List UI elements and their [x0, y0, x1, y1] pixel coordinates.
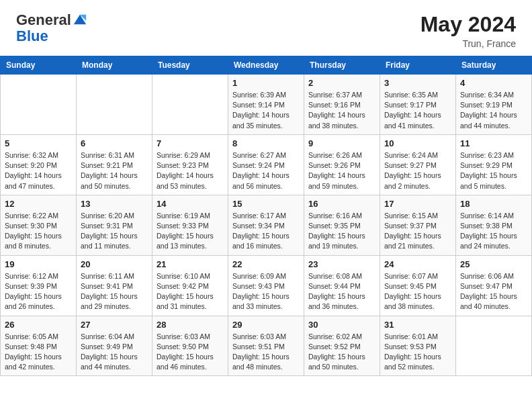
day-number: 2: [308, 78, 375, 88]
day-info: Sunrise: 6:17 AMSunset: 9:34 PMDaylight:…: [232, 211, 300, 252]
weekday-header: Wednesday: [228, 56, 304, 75]
day-info: Sunrise: 6:02 AMSunset: 9:52 PMDaylight:…: [308, 332, 375, 373]
day-number: 5: [5, 138, 72, 148]
calendar-cell: 7Sunrise: 6:29 AMSunset: 9:23 PMDaylight…: [152, 134, 228, 195]
calendar-cell: 10Sunrise: 6:24 AMSunset: 9:27 PMDayligh…: [380, 134, 456, 195]
day-number: 11: [460, 138, 527, 148]
calendar-cell: 8Sunrise: 6:27 AMSunset: 9:24 PMDaylight…: [228, 134, 304, 195]
day-info: Sunrise: 6:09 AMSunset: 9:43 PMDaylight:…: [232, 271, 300, 312]
day-number: 8: [232, 138, 300, 148]
day-info: Sunrise: 6:24 AMSunset: 9:27 PMDaylight:…: [384, 150, 451, 191]
logo-general: General: [16, 12, 71, 28]
day-info: Sunrise: 6:01 AMSunset: 9:53 PMDaylight:…: [384, 332, 451, 373]
day-number: 17: [384, 199, 451, 209]
calendar-cell: 17Sunrise: 6:15 AMSunset: 9:37 PMDayligh…: [380, 195, 456, 255]
day-info: Sunrise: 6:07 AMSunset: 9:45 PMDaylight:…: [384, 271, 451, 312]
calendar-week-row: 26Sunrise: 6:05 AMSunset: 9:48 PMDayligh…: [1, 316, 532, 376]
day-number: 7: [157, 138, 224, 148]
day-number: 23: [308, 259, 375, 269]
calendar-cell: 4Sunrise: 6:34 AMSunset: 9:19 PMDaylight…: [456, 75, 532, 135]
day-number: 21: [157, 259, 224, 269]
day-number: 9: [308, 138, 375, 148]
calendar-week-row: 12Sunrise: 6:22 AMSunset: 9:30 PMDayligh…: [1, 195, 532, 255]
calendar-cell: 15Sunrise: 6:17 AMSunset: 9:34 PMDayligh…: [228, 195, 304, 255]
calendar-cell: 1Sunrise: 6:39 AMSunset: 9:14 PMDaylight…: [228, 75, 304, 135]
calendar-cell: 24Sunrise: 6:07 AMSunset: 9:45 PMDayligh…: [380, 255, 456, 316]
day-info: Sunrise: 6:26 AMSunset: 9:26 PMDaylight:…: [308, 150, 375, 191]
day-info: Sunrise: 6:39 AMSunset: 9:14 PMDaylight:…: [232, 90, 300, 131]
calendar-cell: 26Sunrise: 6:05 AMSunset: 9:48 PMDayligh…: [1, 316, 77, 376]
calendar-cell: 27Sunrise: 6:04 AMSunset: 9:49 PMDayligh…: [77, 316, 152, 376]
calendar-cell: 25Sunrise: 6:06 AMSunset: 9:47 PMDayligh…: [456, 255, 532, 316]
day-info: Sunrise: 6:03 AMSunset: 9:50 PMDaylight:…: [157, 332, 224, 373]
day-info: Sunrise: 6:11 AMSunset: 9:41 PMDaylight:…: [81, 271, 148, 312]
calendar-cell: [456, 316, 532, 376]
day-number: 30: [308, 320, 375, 330]
weekday-header: Friday: [380, 56, 456, 75]
calendar-cell: [1, 75, 77, 135]
calendar-table: SundayMondayTuesdayWednesdayThursdayFrid…: [0, 56, 532, 376]
day-number: 14: [157, 199, 224, 209]
day-number: 4: [460, 78, 527, 88]
calendar-cell: 28Sunrise: 6:03 AMSunset: 9:50 PMDayligh…: [152, 316, 228, 376]
calendar-cell: [77, 75, 152, 135]
day-number: 10: [384, 138, 451, 148]
day-info: Sunrise: 6:05 AMSunset: 9:48 PMDaylight:…: [5, 332, 72, 373]
calendar-cell: [152, 75, 228, 135]
day-info: Sunrise: 6:08 AMSunset: 9:44 PMDaylight:…: [308, 271, 375, 312]
day-number: 18: [460, 199, 527, 209]
calendar-cell: 21Sunrise: 6:10 AMSunset: 9:42 PMDayligh…: [152, 255, 228, 316]
day-info: Sunrise: 6:23 AMSunset: 9:29 PMDaylight:…: [460, 150, 527, 191]
calendar-week-row: 19Sunrise: 6:12 AMSunset: 9:39 PMDayligh…: [1, 255, 532, 316]
calendar-header-row: SundayMondayTuesdayWednesdayThursdayFrid…: [1, 56, 532, 75]
calendar-cell: 22Sunrise: 6:09 AMSunset: 9:43 PMDayligh…: [228, 255, 304, 316]
day-info: Sunrise: 6:35 AMSunset: 9:17 PMDaylight:…: [384, 90, 451, 131]
day-info: Sunrise: 6:06 AMSunset: 9:47 PMDaylight:…: [460, 271, 527, 312]
day-info: Sunrise: 6:29 AMSunset: 9:23 PMDaylight:…: [157, 150, 224, 191]
day-info: Sunrise: 6:37 AMSunset: 9:16 PMDaylight:…: [308, 90, 375, 131]
month-year: May 2024: [420, 12, 516, 37]
day-number: 3: [384, 78, 451, 88]
calendar-cell: 19Sunrise: 6:12 AMSunset: 9:39 PMDayligh…: [1, 255, 77, 316]
calendar-cell: 20Sunrise: 6:11 AMSunset: 9:41 PMDayligh…: [77, 255, 152, 316]
calendar-cell: 5Sunrise: 6:32 AMSunset: 9:20 PMDaylight…: [1, 134, 77, 195]
calendar-cell: 14Sunrise: 6:19 AMSunset: 9:33 PMDayligh…: [152, 195, 228, 255]
day-info: Sunrise: 6:22 AMSunset: 9:30 PMDaylight:…: [5, 211, 72, 252]
calendar-cell: 3Sunrise: 6:35 AMSunset: 9:17 PMDaylight…: [380, 75, 456, 135]
page-header: General Blue May 2024 Trun, France: [0, 0, 532, 56]
calendar-cell: 23Sunrise: 6:08 AMSunset: 9:44 PMDayligh…: [304, 255, 380, 316]
calendar-cell: 16Sunrise: 6:16 AMSunset: 9:35 PMDayligh…: [304, 195, 380, 255]
weekday-header: Sunday: [1, 56, 77, 75]
day-info: Sunrise: 6:04 AMSunset: 9:49 PMDaylight:…: [81, 332, 148, 373]
day-info: Sunrise: 6:19 AMSunset: 9:33 PMDaylight:…: [157, 211, 224, 252]
day-number: 12: [5, 199, 72, 209]
day-info: Sunrise: 6:20 AMSunset: 9:31 PMDaylight:…: [81, 211, 148, 252]
calendar-cell: 6Sunrise: 6:31 AMSunset: 9:21 PMDaylight…: [77, 134, 152, 195]
weekday-header: Thursday: [304, 56, 380, 75]
location: Trun, France: [420, 38, 516, 49]
day-info: Sunrise: 6:32 AMSunset: 9:20 PMDaylight:…: [5, 150, 72, 191]
calendar-cell: 13Sunrise: 6:20 AMSunset: 9:31 PMDayligh…: [77, 195, 152, 255]
calendar-week-row: 5Sunrise: 6:32 AMSunset: 9:20 PMDaylight…: [1, 134, 532, 195]
weekday-header: Tuesday: [152, 56, 228, 75]
day-number: 1: [232, 78, 300, 88]
day-number: 29: [232, 320, 300, 330]
day-info: Sunrise: 6:14 AMSunset: 9:38 PMDaylight:…: [460, 211, 527, 252]
day-number: 6: [81, 138, 148, 148]
day-info: Sunrise: 6:12 AMSunset: 9:39 PMDaylight:…: [5, 271, 72, 312]
calendar-week-row: 1Sunrise: 6:39 AMSunset: 9:14 PMDaylight…: [1, 75, 532, 135]
day-number: 19: [5, 259, 72, 269]
calendar-cell: 30Sunrise: 6:02 AMSunset: 9:52 PMDayligh…: [304, 316, 380, 376]
day-info: Sunrise: 6:16 AMSunset: 9:35 PMDaylight:…: [308, 211, 375, 252]
day-info: Sunrise: 6:31 AMSunset: 9:21 PMDaylight:…: [81, 150, 148, 191]
day-info: Sunrise: 6:10 AMSunset: 9:42 PMDaylight:…: [157, 271, 224, 312]
calendar-cell: 2Sunrise: 6:37 AMSunset: 9:16 PMDaylight…: [304, 75, 380, 135]
day-number: 25: [460, 259, 527, 269]
calendar-cell: 12Sunrise: 6:22 AMSunset: 9:30 PMDayligh…: [1, 195, 77, 255]
calendar-cell: 9Sunrise: 6:26 AMSunset: 9:26 PMDaylight…: [304, 134, 380, 195]
weekday-header: Saturday: [456, 56, 532, 75]
day-number: 13: [81, 199, 148, 209]
day-info: Sunrise: 6:15 AMSunset: 9:37 PMDaylight:…: [384, 211, 451, 252]
logo: General Blue: [16, 12, 87, 44]
day-number: 26: [5, 320, 72, 330]
